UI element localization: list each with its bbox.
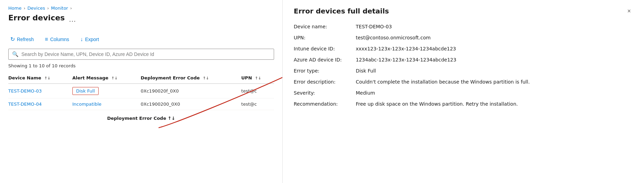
detail-label: Device name: bbox=[294, 24, 349, 29]
export-icon: ↓ bbox=[80, 36, 83, 42]
table-row: TEST-DEMO-03Disk Full0Xc190020f_0X0test@… bbox=[8, 84, 274, 98]
breadcrumb-devices[interactable]: Devices bbox=[28, 6, 45, 11]
columns-button[interactable]: ≡ Columns bbox=[43, 35, 71, 44]
error-code-cell: 0Xc1900200_0X0 bbox=[141, 98, 241, 110]
col-alert-message: Alert Message ↑↓ bbox=[72, 73, 141, 84]
device-name-link[interactable]: TEST-DEMO-03 bbox=[8, 88, 42, 94]
close-button[interactable]: × bbox=[625, 7, 633, 16]
breadcrumb-sep2: › bbox=[47, 6, 49, 11]
detail-value: Disk Full bbox=[356, 68, 633, 74]
detail-panel-header: Error devices full details × bbox=[294, 7, 633, 16]
devices-table: Device Name ↑↓ Alert Message ↑↓ Deployme… bbox=[8, 73, 274, 110]
detail-value: xxxx123-123x-123x-1234-1234abcde123 bbox=[356, 46, 633, 51]
refresh-icon: ↻ bbox=[10, 36, 15, 42]
sort-icon-upn[interactable]: ↑↓ bbox=[255, 76, 261, 80]
detail-panel-title: Error devices full details bbox=[294, 7, 389, 15]
detail-label: UPN: bbox=[294, 35, 349, 40]
detail-label: Error description: bbox=[294, 79, 349, 85]
detail-value: Medium bbox=[356, 90, 633, 96]
details-grid: Device name:TEST-DEMO-03UPN:test@contoso… bbox=[294, 24, 633, 107]
page-title: Error devices bbox=[8, 13, 65, 22]
search-bar[interactable]: 🔍 bbox=[8, 49, 274, 60]
detail-value: TEST-DEMO-03 bbox=[356, 24, 633, 29]
right-panel: Error devices full details × Device name… bbox=[283, 0, 644, 183]
error-code-cell: 0Xc190020f_0X0 bbox=[141, 84, 241, 98]
export-button[interactable]: ↓ Export bbox=[78, 35, 101, 44]
search-icon: 🔍 bbox=[12, 51, 19, 57]
col-upn: UPN ↑↓ bbox=[241, 73, 274, 84]
table-row: TEST-DEMO-04Incompatible0Xc1900200_0X0te… bbox=[8, 98, 274, 110]
detail-value: Free up disk space on the Windows partit… bbox=[356, 101, 633, 107]
breadcrumb: Home › Devices › Monitor › bbox=[8, 6, 274, 11]
refresh-button[interactable]: ↻ Refresh bbox=[8, 35, 36, 44]
records-count: Showing 1 to 10 of 10 records bbox=[8, 63, 274, 68]
detail-value: Couldn't complete the installation becau… bbox=[356, 79, 633, 85]
alert-link[interactable]: Incompatible bbox=[72, 102, 102, 107]
table-header-row: Device Name ↑↓ Alert Message ↑↓ Deployme… bbox=[8, 73, 274, 84]
toolbar: ↻ Refresh ≡ Columns ↓ Export bbox=[8, 35, 274, 44]
col-error-code: Deployment Error Code ↑↓ bbox=[141, 73, 241, 84]
alert-badge[interactable]: Disk Full bbox=[72, 87, 99, 95]
sort-icon-alert[interactable]: ↑↓ bbox=[111, 76, 118, 80]
sort-icon-error-code[interactable]: ↑↓ bbox=[203, 76, 209, 80]
upn-cell: test@c bbox=[241, 84, 274, 98]
detail-label: Recommendation: bbox=[294, 101, 349, 107]
device-name-link[interactable]: TEST-DEMO-04 bbox=[8, 102, 42, 107]
detail-label: Error type: bbox=[294, 68, 349, 74]
detail-value: 1234abc-123x-123x-1234-1234abcde123 bbox=[356, 57, 633, 62]
upn-cell: test@c bbox=[241, 98, 274, 110]
left-panel: Home › Devices › Monitor › Error devices… bbox=[0, 0, 283, 183]
breadcrumb-sep3: › bbox=[70, 6, 72, 11]
search-input[interactable] bbox=[21, 51, 270, 57]
breadcrumb-sep1: › bbox=[23, 6, 25, 11]
detail-label: Intune device ID: bbox=[294, 46, 349, 51]
detail-label: Azure AD device ID: bbox=[294, 57, 349, 62]
breadcrumb-monitor[interactable]: Monitor bbox=[51, 6, 68, 11]
page-options: ⋯ bbox=[69, 17, 76, 25]
breadcrumb-home[interactable]: Home bbox=[8, 6, 21, 11]
columns-icon: ≡ bbox=[45, 36, 48, 42]
bottom-sort-label: Deployment Error Code ↑↓ bbox=[8, 116, 274, 121]
sort-icon-device-name[interactable]: ↑↓ bbox=[44, 76, 50, 80]
col-device-name: Device Name ↑↓ bbox=[8, 73, 72, 84]
detail-value: test@contoso.onmicrosoft.com bbox=[356, 35, 633, 40]
detail-label: Severity: bbox=[294, 90, 349, 96]
